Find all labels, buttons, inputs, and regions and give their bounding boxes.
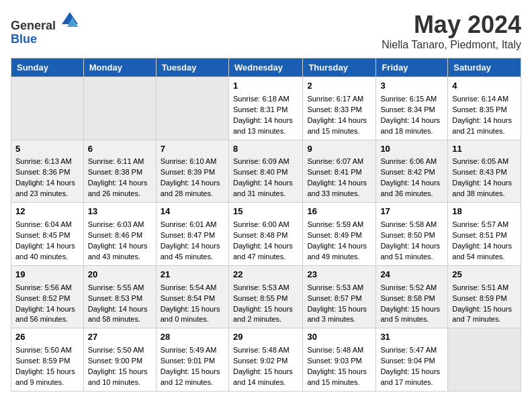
title-area: May 2024 Niella Tanaro, Piedmont, Italy	[382, 11, 521, 51]
calendar-cell: 15Sunrise: 6:00 AMSunset: 8:48 PMDayligh…	[228, 203, 302, 266]
day-info: Sunrise: 6:15 AM	[380, 94, 443, 105]
day-info: Sunrise: 6:00 AM	[233, 220, 298, 230]
calendar-week-5: 26Sunrise: 5:50 AMSunset: 8:59 PMDayligh…	[11, 328, 521, 392]
day-info: Daylight: 15 hours	[380, 304, 443, 315]
calendar-cell: 9Sunrise: 6:07 AMSunset: 8:41 PMDaylight…	[303, 140, 376, 203]
day-info: Sunrise: 6:11 AM	[88, 156, 152, 167]
month-title: May 2024	[382, 11, 521, 39]
day-info: Sunset: 8:41 PM	[307, 167, 371, 178]
calendar-cell: 10Sunrise: 6:06 AMSunset: 8:42 PMDayligh…	[376, 140, 448, 203]
calendar-cell	[83, 77, 156, 140]
calendar-body: 1Sunrise: 6:18 AMSunset: 8:31 PMDaylight…	[11, 77, 521, 392]
calendar-cell: 7Sunrise: 6:10 AMSunset: 8:39 PMDaylight…	[156, 140, 228, 203]
day-info: Sunrise: 6:05 AM	[452, 156, 517, 167]
day-info: Daylight: 14 hours	[380, 178, 443, 189]
calendar-cell: 23Sunrise: 5:53 AMSunset: 8:57 PMDayligh…	[303, 265, 376, 328]
day-info: and 40 minutes.	[15, 252, 79, 263]
day-number: 6	[88, 143, 152, 156]
day-info: and 23 minutes.	[15, 189, 79, 199]
logo-general: General	[11, 19, 56, 32]
calendar-cell: 26Sunrise: 5:50 AMSunset: 8:59 PMDayligh…	[11, 328, 84, 392]
day-info: and 15 minutes.	[307, 126, 371, 137]
day-info: Sunrise: 6:17 AM	[307, 94, 371, 105]
day-number: 15	[233, 205, 298, 218]
calendar-header-row: SundayMondayTuesdayWednesdayThursdayFrid…	[11, 58, 521, 77]
calendar-table: SundayMondayTuesdayWednesdayThursdayFrid…	[11, 58, 521, 392]
day-info: Daylight: 15 hours	[161, 304, 224, 315]
day-info: Sunset: 8:59 PM	[452, 293, 517, 304]
location-title: Niella Tanaro, Piedmont, Italy	[382, 39, 521, 51]
calendar-cell: 12Sunrise: 6:04 AMSunset: 8:45 PMDayligh…	[11, 203, 84, 266]
day-info: Sunrise: 5:48 AM	[233, 345, 298, 356]
day-number: 9	[307, 143, 371, 156]
day-info: Sunset: 9:03 PM	[307, 356, 371, 367]
calendar-cell: 17Sunrise: 5:58 AMSunset: 8:50 PMDayligh…	[376, 203, 448, 266]
day-info: Sunset: 8:33 PM	[307, 105, 371, 116]
day-info: Daylight: 15 hours	[233, 367, 298, 377]
day-info: and 12 minutes.	[161, 377, 224, 388]
calendar-cell: 13Sunrise: 6:03 AMSunset: 8:46 PMDayligh…	[83, 203, 156, 266]
day-info: Sunrise: 6:07 AM	[307, 156, 371, 167]
day-number: 5	[15, 143, 79, 156]
day-info: Sunrise: 5:51 AM	[452, 283, 517, 293]
day-number: 1	[233, 80, 298, 93]
day-info: and 56 minutes.	[15, 314, 79, 325]
calendar-cell: 8Sunrise: 6:09 AMSunset: 8:40 PMDaylight…	[228, 140, 302, 203]
day-info: Sunrise: 6:10 AM	[161, 156, 224, 167]
day-info: Sunrise: 5:52 AM	[380, 283, 443, 293]
day-info: Sunrise: 6:14 AM	[452, 94, 517, 105]
day-number: 14	[161, 205, 224, 218]
day-info: Sunrise: 6:13 AM	[15, 156, 79, 167]
day-info: Daylight: 14 hours	[15, 304, 79, 315]
calendar-week-4: 19Sunrise: 5:56 AMSunset: 8:52 PMDayligh…	[11, 265, 521, 328]
day-info: Sunset: 8:43 PM	[452, 167, 517, 178]
logo-text: General Blue	[11, 11, 79, 46]
day-number: 25	[452, 269, 517, 281]
day-info: Sunrise: 5:53 AM	[307, 283, 371, 293]
calendar-week-1: 1Sunrise: 6:18 AMSunset: 8:31 PMDaylight…	[11, 77, 521, 140]
day-info: and 2 minutes.	[233, 314, 298, 325]
day-info: Daylight: 14 hours	[15, 178, 79, 189]
day-info: Sunset: 9:04 PM	[380, 356, 443, 367]
day-info: Sunset: 8:55 PM	[233, 293, 298, 304]
day-info: Sunrise: 5:50 AM	[88, 345, 152, 356]
day-number: 31	[380, 331, 443, 344]
day-info: Sunset: 8:48 PM	[233, 230, 298, 241]
calendar-week-2: 5Sunrise: 6:13 AMSunset: 8:36 PMDaylight…	[11, 140, 521, 203]
day-info: Daylight: 15 hours	[452, 304, 517, 315]
day-info: and 36 minutes.	[380, 189, 443, 199]
day-number: 21	[161, 269, 224, 281]
day-info: Sunset: 8:45 PM	[15, 230, 79, 241]
header-day-friday: Friday	[376, 58, 448, 77]
day-info: Sunrise: 5:53 AM	[233, 283, 298, 293]
day-info: Sunset: 8:31 PM	[233, 105, 298, 116]
day-info: and 47 minutes.	[233, 252, 298, 263]
day-info: Daylight: 14 hours	[15, 241, 79, 252]
day-number: 23	[307, 269, 371, 281]
day-info: Sunrise: 5:57 AM	[452, 220, 517, 230]
day-number: 22	[233, 269, 298, 281]
day-info: and 0 minutes.	[161, 314, 224, 325]
day-info: Sunset: 9:02 PM	[233, 356, 298, 367]
day-number: 20	[88, 269, 152, 281]
day-info: Sunset: 8:46 PM	[88, 230, 152, 241]
day-info: and 13 minutes.	[233, 126, 298, 137]
calendar-cell: 22Sunrise: 5:53 AMSunset: 8:55 PMDayligh…	[228, 265, 302, 328]
day-info: Sunrise: 6:04 AM	[15, 220, 79, 230]
day-number: 24	[380, 269, 443, 281]
day-info: Daylight: 15 hours	[233, 304, 298, 315]
day-info: Sunset: 8:42 PM	[380, 167, 443, 178]
day-number: 16	[307, 205, 371, 218]
calendar-cell: 14Sunrise: 6:01 AMSunset: 8:47 PMDayligh…	[156, 203, 228, 266]
day-info: and 45 minutes.	[161, 252, 224, 263]
day-info: Sunset: 8:52 PM	[15, 293, 79, 304]
day-info: and 7 minutes.	[452, 314, 517, 325]
day-info: and 38 minutes.	[452, 189, 517, 199]
calendar-cell: 31Sunrise: 5:47 AMSunset: 9:04 PMDayligh…	[376, 328, 448, 392]
day-info: and 14 minutes.	[233, 377, 298, 388]
day-info: Daylight: 14 hours	[233, 241, 298, 252]
header-day-monday: Monday	[83, 58, 156, 77]
day-info: Daylight: 14 hours	[307, 178, 371, 189]
calendar-cell: 11Sunrise: 6:05 AMSunset: 8:43 PMDayligh…	[448, 140, 521, 203]
day-info: Sunset: 8:40 PM	[233, 167, 298, 178]
